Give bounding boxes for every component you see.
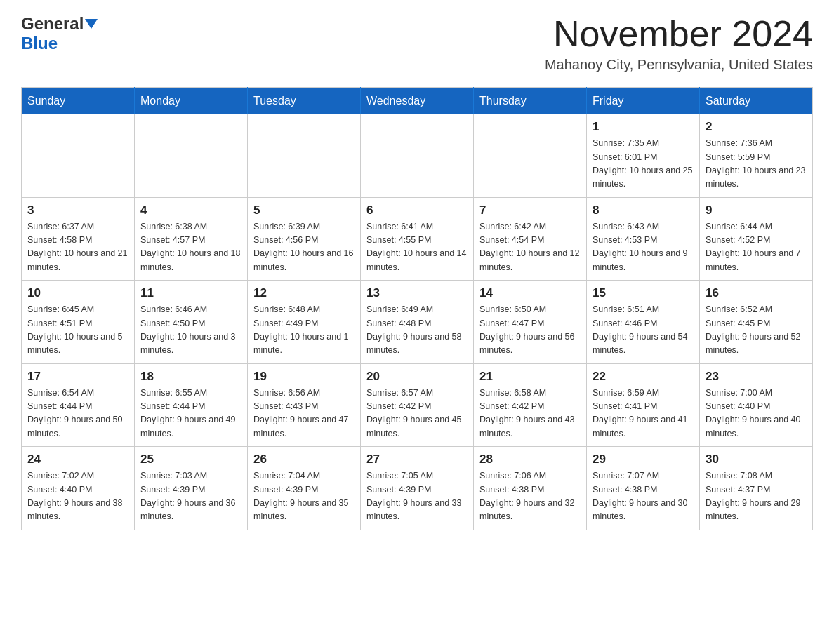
day-info: Sunrise: 6:41 AMSunset: 4:55 PMDaylight:…: [366, 220, 468, 275]
calendar-cell: 30Sunrise: 7:08 AMSunset: 4:37 PMDayligh…: [700, 447, 813, 530]
day-info: Sunrise: 7:00 AMSunset: 4:40 PMDaylight:…: [706, 387, 807, 441]
day-number: 16: [706, 286, 807, 300]
day-number: 13: [366, 286, 468, 300]
calendar-cell: 17Sunrise: 6:54 AMSunset: 4:44 PMDayligh…: [22, 363, 135, 447]
header-friday: Friday: [587, 88, 700, 115]
month-title: November 2024: [545, 14, 813, 54]
day-number: 7: [479, 203, 581, 217]
calendar-cell: 22Sunrise: 6:59 AMSunset: 4:41 PMDayligh…: [587, 363, 700, 447]
day-number: 15: [593, 286, 694, 300]
day-number: 17: [27, 370, 128, 384]
day-info: Sunrise: 7:04 AMSunset: 4:39 PMDaylight:…: [253, 469, 355, 524]
day-info: Sunrise: 6:39 AMSunset: 4:56 PMDaylight:…: [253, 220, 355, 275]
day-info: Sunrise: 6:38 AMSunset: 4:57 PMDaylight:…: [140, 220, 241, 275]
day-info: Sunrise: 6:54 AMSunset: 4:44 PMDaylight:…: [27, 387, 128, 441]
day-info: Sunrise: 7:07 AMSunset: 4:38 PMDaylight:…: [593, 469, 694, 524]
day-info: Sunrise: 6:45 AMSunset: 4:51 PMDaylight:…: [27, 303, 128, 358]
day-number: 1: [593, 120, 694, 134]
header-thursday: Thursday: [474, 88, 587, 115]
page-header: General Blue November 2024 Mahanoy City,…: [21, 14, 813, 73]
location-title: Mahanoy City, Pennsylvania, United State…: [545, 57, 813, 73]
day-number: 3: [27, 203, 128, 217]
day-number: 11: [140, 286, 241, 300]
calendar-cell: 26Sunrise: 7:04 AMSunset: 4:39 PMDayligh…: [248, 447, 361, 530]
day-number: 2: [706, 120, 807, 134]
day-info: Sunrise: 6:49 AMSunset: 4:48 PMDaylight:…: [366, 303, 468, 358]
day-number: 4: [140, 203, 241, 217]
calendar-week-row: 1Sunrise: 7:35 AMSunset: 6:01 PMDaylight…: [22, 114, 813, 197]
logo-general: General: [21, 14, 84, 34]
day-number: 10: [27, 286, 128, 300]
header-saturday: Saturday: [700, 88, 813, 115]
day-info: Sunrise: 6:59 AMSunset: 4:41 PMDaylight:…: [593, 387, 694, 441]
calendar-cell: 28Sunrise: 7:06 AMSunset: 4:38 PMDayligh…: [474, 447, 587, 530]
calendar-cell: 19Sunrise: 6:56 AMSunset: 4:43 PMDayligh…: [248, 363, 361, 447]
header-monday: Monday: [135, 88, 248, 115]
day-info: Sunrise: 7:02 AMSunset: 4:40 PMDaylight:…: [27, 469, 128, 524]
day-number: 29: [593, 452, 694, 467]
day-number: 5: [253, 203, 355, 217]
calendar-cell: 24Sunrise: 7:02 AMSunset: 4:40 PMDayligh…: [22, 447, 135, 530]
calendar-cell: 4Sunrise: 6:38 AMSunset: 4:57 PMDaylight…: [135, 197, 248, 281]
calendar-cell: 12Sunrise: 6:48 AMSunset: 4:49 PMDayligh…: [248, 281, 361, 364]
calendar-cell: [361, 114, 474, 197]
calendar-cell: 9Sunrise: 6:44 AMSunset: 4:52 PMDaylight…: [700, 197, 813, 281]
calendar-cell: 16Sunrise: 6:52 AMSunset: 4:45 PMDayligh…: [700, 281, 813, 364]
calendar-cell: 20Sunrise: 6:57 AMSunset: 4:42 PMDayligh…: [361, 363, 474, 447]
calendar-cell: [22, 114, 135, 197]
calendar-week-row: 10Sunrise: 6:45 AMSunset: 4:51 PMDayligh…: [22, 281, 813, 364]
day-number: 26: [253, 452, 355, 467]
calendar-cell: [474, 114, 587, 197]
calendar-cell: 23Sunrise: 7:00 AMSunset: 4:40 PMDayligh…: [700, 363, 813, 447]
day-info: Sunrise: 6:51 AMSunset: 4:46 PMDaylight:…: [593, 303, 694, 358]
day-info: Sunrise: 6:52 AMSunset: 4:45 PMDaylight:…: [706, 303, 807, 358]
day-number: 23: [706, 370, 807, 384]
day-number: 14: [479, 286, 581, 300]
day-number: 19: [253, 370, 355, 384]
day-info: Sunrise: 6:55 AMSunset: 4:44 PMDaylight:…: [140, 387, 241, 441]
calendar-cell: 7Sunrise: 6:42 AMSunset: 4:54 PMDaylight…: [474, 197, 587, 281]
day-number: 6: [366, 203, 468, 217]
day-number: 9: [706, 203, 807, 217]
calendar-cell: 8Sunrise: 6:43 AMSunset: 4:53 PMDaylight…: [587, 197, 700, 281]
calendar-cell: 1Sunrise: 7:35 AMSunset: 6:01 PMDaylight…: [587, 114, 700, 197]
day-number: 12: [253, 286, 355, 300]
title-area: November 2024 Mahanoy City, Pennsylvania…: [545, 14, 813, 73]
day-info: Sunrise: 6:56 AMSunset: 4:43 PMDaylight:…: [253, 387, 355, 441]
day-number: 24: [27, 452, 128, 467]
day-info: Sunrise: 6:42 AMSunset: 4:54 PMDaylight:…: [479, 220, 581, 275]
weekday-header-row: Sunday Monday Tuesday Wednesday Thursday…: [22, 88, 813, 115]
day-info: Sunrise: 6:50 AMSunset: 4:47 PMDaylight:…: [479, 303, 581, 358]
day-info: Sunrise: 6:43 AMSunset: 4:53 PMDaylight:…: [593, 220, 694, 275]
day-info: Sunrise: 6:57 AMSunset: 4:42 PMDaylight:…: [366, 387, 468, 441]
day-info: Sunrise: 7:35 AMSunset: 6:01 PMDaylight:…: [593, 137, 694, 192]
calendar-cell: [248, 114, 361, 197]
calendar-cell: 13Sunrise: 6:49 AMSunset: 4:48 PMDayligh…: [361, 281, 474, 364]
day-info: Sunrise: 7:36 AMSunset: 5:59 PMDaylight:…: [706, 137, 807, 192]
calendar-cell: 25Sunrise: 7:03 AMSunset: 4:39 PMDayligh…: [135, 447, 248, 530]
logo-triangle-icon: [85, 19, 98, 29]
day-info: Sunrise: 6:46 AMSunset: 4:50 PMDaylight:…: [140, 303, 241, 358]
day-info: Sunrise: 6:58 AMSunset: 4:42 PMDaylight:…: [479, 387, 581, 441]
day-number: 30: [706, 452, 807, 467]
calendar-cell: 15Sunrise: 6:51 AMSunset: 4:46 PMDayligh…: [587, 281, 700, 364]
calendar-cell: 11Sunrise: 6:46 AMSunset: 4:50 PMDayligh…: [135, 281, 248, 364]
day-number: 18: [140, 370, 241, 384]
header-sunday: Sunday: [22, 88, 135, 115]
calendar-cell: 3Sunrise: 6:37 AMSunset: 4:58 PMDaylight…: [22, 197, 135, 281]
calendar-table: Sunday Monday Tuesday Wednesday Thursday…: [21, 87, 813, 530]
calendar-cell: 21Sunrise: 6:58 AMSunset: 4:42 PMDayligh…: [474, 363, 587, 447]
calendar-week-row: 24Sunrise: 7:02 AMSunset: 4:40 PMDayligh…: [22, 447, 813, 530]
day-info: Sunrise: 7:08 AMSunset: 4:37 PMDaylight:…: [706, 469, 807, 524]
calendar-cell: 5Sunrise: 6:39 AMSunset: 4:56 PMDaylight…: [248, 197, 361, 281]
day-info: Sunrise: 6:37 AMSunset: 4:58 PMDaylight:…: [27, 220, 128, 275]
day-info: Sunrise: 7:03 AMSunset: 4:39 PMDaylight:…: [140, 469, 241, 524]
calendar-cell: 14Sunrise: 6:50 AMSunset: 4:47 PMDayligh…: [474, 281, 587, 364]
day-number: 20: [366, 370, 468, 384]
day-info: Sunrise: 7:05 AMSunset: 4:39 PMDaylight:…: [366, 469, 468, 524]
header-wednesday: Wednesday: [361, 88, 474, 115]
calendar-week-row: 3Sunrise: 6:37 AMSunset: 4:58 PMDaylight…: [22, 197, 813, 281]
calendar-cell: 27Sunrise: 7:05 AMSunset: 4:39 PMDayligh…: [361, 447, 474, 530]
day-number: 21: [479, 370, 581, 384]
day-number: 22: [593, 370, 694, 384]
